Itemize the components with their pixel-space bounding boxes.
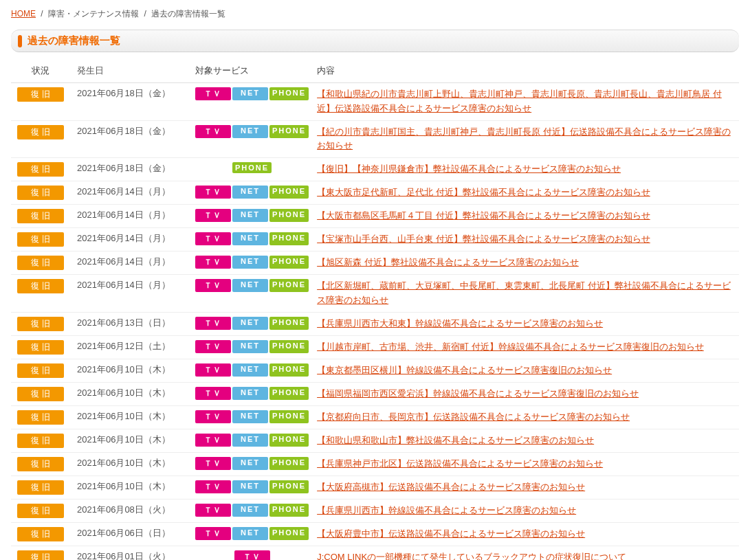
date-cell: 2021年06月18日（金）	[70, 120, 191, 158]
fault-link[interactable]: 【和歌山県和歌山市】弊社設備不具合によるサービス障害のお知らせ	[317, 435, 594, 445]
breadcrumb-current: 過去の障害情報一覧	[151, 9, 225, 19]
date-cell: 2021年06月10日（木）	[70, 382, 191, 405]
service-tag-tv: ＴＶ	[195, 363, 231, 377]
fault-link[interactable]: 【和歌山県紀の川市貴志川町上野山、貴志川町神戸、貴志川町長原、貴志川町長山、貴志…	[317, 89, 722, 113]
date-cell: 2021年06月14日（月）	[70, 181, 191, 205]
service-tag-tv: ＴＶ	[195, 186, 231, 199]
service-tag-phone: PHONE	[269, 410, 309, 423]
table-row: 復旧2021年06月12日（土）ＴＶNETPHONE【川越市岸町、古市場、渋井、…	[11, 335, 739, 359]
date-cell: 2021年06月10日（木）	[70, 429, 191, 452]
service-tag-phone: PHONE	[269, 457, 309, 470]
table-row: 復旧2021年06月13日（日）ＴＶNETPHONE【兵庫県川西市大和東】幹線設…	[11, 312, 739, 335]
service-tag-net: NET	[232, 410, 268, 423]
fault-link[interactable]: 【京都府向日市、長岡京市】伝送路設備不具合によるサービス障害のお知らせ	[317, 412, 630, 422]
fault-link[interactable]: 【復旧】【神奈川県鎌倉市】弊社設備不具合によるサービス障害のお知らせ	[317, 164, 621, 174]
service-tag-net: NET	[232, 232, 268, 245]
date-cell: 2021年06月18日（金）	[70, 158, 191, 181]
fault-link[interactable]: 【宝塚市山手台西、山手台東 付近】弊社設備不具合によるサービス障害のお知らせ	[317, 234, 650, 244]
service-tag-phone: PHONE	[269, 232, 309, 245]
status-badge: 復旧	[17, 363, 64, 378]
service-tag-phone: PHONE	[269, 279, 309, 292]
status-badge: 復旧	[17, 162, 64, 177]
status-badge: 復旧	[17, 480, 64, 495]
fault-link[interactable]: J:COM LINKの一部機種にて発生しているブラックアウトの症状復旧について	[317, 552, 626, 560]
service-tag-tv: ＴＶ	[195, 87, 231, 100]
service-tag-net: NET	[232, 87, 268, 100]
service-tag-net: NET	[232, 256, 268, 269]
fault-link[interactable]: 【東大阪市足代新町、足代北 付近】弊社設備不具合によるサービス障害のお知らせ	[317, 187, 650, 197]
status-badge: 復旧	[17, 317, 64, 331]
date-cell: 2021年06月14日（月）	[70, 275, 191, 313]
service-tag-net: NET	[232, 209, 268, 222]
fault-link[interactable]: 【紀の川市貴志川町国主、貴志川町神戸、貴志川町長原 付近】伝送路設備不具合による…	[317, 126, 731, 151]
status-badge: 復旧	[17, 87, 64, 102]
fault-link[interactable]: 【川越市岸町、古市場、渋井、新宿町 付近】幹線設備不具合によるサービス障害復旧の…	[317, 341, 704, 352]
status-badge: 復旧	[17, 340, 64, 355]
service-tag-phone: PHONE	[269, 504, 309, 517]
service-tag-net: NET	[232, 340, 268, 353]
fault-table: 状況 発生日 対象サービス 内容 復旧2021年06月18日（金）ＴＶNETPH…	[11, 59, 739, 560]
service-tag-tv: ＴＶ	[195, 434, 231, 447]
date-cell: 2021年06月14日（月）	[70, 205, 191, 228]
status-badge: 復旧	[17, 457, 64, 471]
service-tag-net: NET	[232, 457, 268, 470]
service-tag-tv: ＴＶ	[195, 527, 231, 540]
service-tag-phone: PHONE	[269, 125, 309, 138]
service-tag-phone: PHONE	[232, 162, 272, 173]
fault-link[interactable]: 【大阪市都島区毛馬町４丁目 付近】弊社設備不具合によるサービス障害のお知らせ	[317, 210, 650, 221]
fault-link[interactable]: 【大阪府豊中市】伝送路設備不具合によるサービス障害のお知らせ	[317, 528, 585, 539]
breadcrumb-home[interactable]: HOME	[11, 9, 36, 19]
fault-link[interactable]: 【兵庫県川西市大和東】幹線設備不具合によるサービス障害のお知らせ	[317, 318, 603, 328]
table-row: 復旧2021年06月10日（木）ＴＶNETPHONE【福岡県福岡市西区愛宕浜】幹…	[11, 382, 739, 405]
service-tag-phone: PHONE	[269, 209, 309, 222]
fault-link[interactable]: 【東京都墨田区横川】幹線設備不具合によるサービス障害復旧のお知らせ	[317, 365, 612, 375]
section-title: 過去の障害情報一覧	[27, 34, 120, 47]
service-tag-net: NET	[232, 387, 268, 400]
fault-link[interactable]: 【大阪府高槻市】伝送路設備不具合によるサービス障害のお知らせ	[317, 482, 585, 492]
service-tag-net: NET	[232, 480, 268, 493]
col-status: 状況	[11, 59, 70, 83]
table-row: 復旧2021年06月08日（火）ＴＶNETPHONE【兵庫県川西市】幹線設備不具…	[11, 499, 739, 522]
status-badge: 復旧	[17, 527, 64, 541]
service-tag-tv: ＴＶ	[195, 209, 231, 222]
service-tag-phone: PHONE	[269, 186, 309, 199]
fault-link[interactable]: 【北区新堀町、蔵前町、大豆塚町、中長尾町、東雲東町、北長尾町 付近】弊社設備不具…	[317, 280, 731, 305]
service-tag-net: NET	[232, 363, 268, 377]
breadcrumb-mid: 障害・メンテナンス情報	[48, 9, 139, 19]
fault-link[interactable]: 【兵庫県神戸市北区】伝送路設備不具合によるサービス障害のお知らせ	[317, 458, 603, 469]
date-cell: 2021年06月14日（月）	[70, 228, 191, 251]
col-service: 対象サービス	[191, 59, 313, 83]
fault-link[interactable]: 【旭区新森 付近】弊社設備不具合によるサービス障害のお知らせ	[317, 257, 579, 267]
status-badge: 復旧	[17, 125, 64, 139]
service-tag-net: NET	[232, 434, 268, 447]
service-tag-phone: PHONE	[269, 480, 309, 493]
fault-link[interactable]: 【福岡県福岡市西区愛宕浜】幹線設備不具合によるサービス障害復旧のお知らせ	[317, 388, 639, 399]
section-header: 過去の障害情報一覧	[11, 30, 739, 52]
table-row: 復旧2021年06月18日（金）ＴＶNETPHONE【和歌山県紀の川市貴志川町上…	[11, 83, 739, 121]
status-badge: 復旧	[17, 186, 64, 200]
table-row: 復旧2021年06月14日（月）ＴＶNETPHONE【北区新堀町、蔵前町、大豆塚…	[11, 275, 739, 313]
fault-link[interactable]: 【兵庫県川西市】幹線設備不具合によるサービス障害のお知らせ	[317, 505, 576, 515]
service-tag-tv: ＴＶ	[195, 457, 231, 470]
status-badge: 復旧	[17, 387, 64, 401]
service-tag-net: NET	[232, 317, 268, 330]
date-cell: 2021年06月14日（月）	[70, 251, 191, 275]
col-content: 内容	[313, 59, 739, 83]
date-cell: 2021年06月13日（日）	[70, 312, 191, 335]
date-cell: 2021年06月10日（木）	[70, 359, 191, 382]
breadcrumb: HOME / 障害・メンテナンス情報 / 過去の障害情報一覧	[11, 8, 739, 20]
status-badge: 復旧	[17, 410, 64, 425]
service-tag-tv: ＴＶ	[195, 256, 231, 269]
service-tag-tv: ＴＶ	[234, 550, 270, 560]
date-cell: 2021年06月12日（土）	[70, 335, 191, 359]
service-tag-phone: PHONE	[269, 340, 309, 353]
table-row: 復旧2021年06月06日（日）ＴＶNETPHONE【大阪府豊中市】伝送路設備不…	[11, 522, 739, 546]
date-cell: 2021年06月01日（火）	[70, 546, 191, 560]
table-row: 復旧2021年06月18日（金）PHONE【復旧】【神奈川県鎌倉市】弊社設備不具…	[11, 158, 739, 181]
table-row: 復旧2021年06月14日（月）ＴＶNETPHONE【大阪市都島区毛馬町４丁目 …	[11, 205, 739, 228]
date-cell: 2021年06月06日（日）	[70, 522, 191, 546]
service-tag-net: NET	[232, 527, 268, 540]
service-tag-tv: ＴＶ	[195, 340, 231, 353]
bullet-icon	[18, 35, 22, 47]
service-tag-net: NET	[232, 125, 268, 138]
